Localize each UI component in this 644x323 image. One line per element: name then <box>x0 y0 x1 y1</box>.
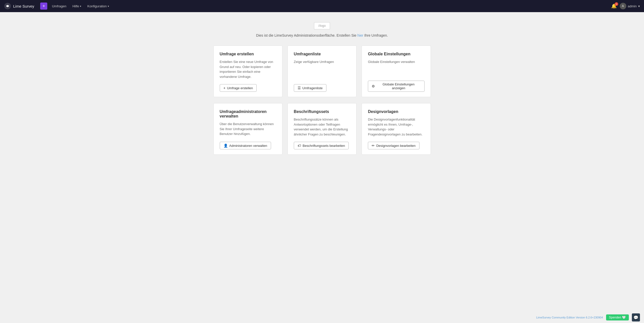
nav-item-umfragen[interactable]: Umfragen <box>49 3 69 10</box>
user-menu[interactable]: A admin ▾ <box>620 3 640 9</box>
card-btn-label-umfrageadministratoren: Administratoren verwalten <box>229 144 267 148</box>
user-name: admin <box>628 4 637 8</box>
card-umfrage-erstellen: Umfrage erstellen Erstellen Sie eine neu… <box>213 45 282 97</box>
card-btn-umfrageadministratoren[interactable]: 👤 Administratoren verwalten <box>220 142 271 149</box>
card-globale-einstellungen: Globale Einstellungen Globale Einstellun… <box>362 45 431 97</box>
card-title-beschriftungssets: Beschriftungssets <box>294 109 350 114</box>
brand-name: Lime Survey <box>13 4 34 8</box>
version-text: LimeSurvey Community Edition Version 6.2… <box>536 316 603 319</box>
card-title-umfragenliste: Umfragenliste <box>294 52 350 56</box>
card-btn-globale-einstellungen[interactable]: ⚙ Globale Einstellungen anzeigen <box>368 81 424 92</box>
brand[interactable]: Lime Survey <box>4 3 34 10</box>
card-title-umfrage-erstellen: Umfrage erstellen <box>220 52 276 56</box>
page-footer: LimeSurvey Community Edition Version 6.2… <box>0 312 644 323</box>
nav-item-konfiguration[interactable]: Konfiguration ▾ <box>85 3 112 10</box>
chat-button[interactable]: 💬 <box>632 313 640 321</box>
hilfe-dropdown-icon: ▾ <box>80 5 81 8</box>
notifications-button[interactable]: 🔔 1 <box>611 3 617 9</box>
donate-button[interactable]: Spenden 🤍 <box>606 314 629 320</box>
card-btn-icon-umfragenliste: ☰ <box>298 86 301 90</box>
card-desc-designvorlagen: Die Designvorlagenfunktionalität ermögli… <box>368 117 424 137</box>
card-title-designvorlagen: Designvorlagen <box>368 109 424 114</box>
welcome-link[interactable]: hier <box>358 33 363 37</box>
navbar-right: 🔔 1 A admin ▾ <box>611 3 640 9</box>
create-new-button[interactable]: + <box>40 3 47 10</box>
card-desc-umfrage-erstellen: Erstellen Sie eine neue Umfrage von Grun… <box>220 59 276 79</box>
main-content: //logo Dies ist die LimeSurvey Administr… <box>208 12 436 171</box>
card-designvorlagen: Designvorlagen Die Designvorlagenfunktio… <box>362 103 431 155</box>
logo-area: //logo <box>213 22 431 29</box>
card-btn-label-beschriftungssets: Beschriftungssets bearbeiten <box>303 144 345 148</box>
navbar-nav: Umfragen Hilfe ▾ Konfiguration ▾ <box>49 3 611 10</box>
card-btn-label-umfrage-erstellen: Umfrage erstellen <box>227 86 253 90</box>
welcome-text-after: Ihre Umfragen. <box>363 33 388 37</box>
card-desc-umfrageadministratoren: Über die Benutzerverwaltung können Sie I… <box>220 122 276 137</box>
bottom-cards-grid: Umfrageadministratoren verwalten Über di… <box>213 103 431 155</box>
card-desc-globale-einstellungen: Globale Einstellungen verwalten <box>368 59 424 76</box>
welcome-text-before: Dies ist die LimeSurvey Administrationso… <box>256 33 358 37</box>
card-btn-beschriftungssets[interactable]: 🏷 Beschriftungssets bearbeiten <box>294 142 349 149</box>
logo-image: //logo <box>314 22 330 29</box>
navbar: Lime Survey + Umfragen Hilfe ▾ Konfigura… <box>0 0 644 12</box>
card-desc-beschriftungssets: Beschriftungssätze können als Antwortopt… <box>294 117 350 137</box>
card-desc-umfragenliste: Zeige verfügbare Umfragen <box>294 59 350 79</box>
card-umfragenliste: Umfragenliste Zeige verfügbare Umfragen … <box>287 45 357 97</box>
notification-count: 1 <box>615 2 618 6</box>
card-btn-label-designvorlagen: Designvorlagen bearbeiten <box>376 144 415 148</box>
card-btn-icon-globale-einstellungen: ⚙ <box>372 84 375 88</box>
nav-item-hilfe[interactable]: Hilfe ▾ <box>70 3 84 10</box>
card-title-globale-einstellungen: Globale Einstellungen <box>368 52 424 56</box>
top-cards-grid: Umfrage erstellen Erstellen Sie eine neu… <box>213 45 431 97</box>
user-dropdown-icon: ▾ <box>638 4 640 8</box>
card-btn-umfrage-erstellen[interactable]: + Umfrage erstellen <box>220 84 257 92</box>
card-btn-umfragenliste[interactable]: ☰ Umfragenliste <box>294 84 326 92</box>
card-title-umfrageadministratoren: Umfrageadministratoren verwalten <box>220 109 276 119</box>
welcome-text: Dies ist die LimeSurvey Administrationso… <box>213 33 431 37</box>
card-beschriftungssets: Beschriftungssets Beschriftungssätze kön… <box>287 103 357 155</box>
chat-icon: 💬 <box>633 315 638 320</box>
brand-logo-icon <box>4 3 11 10</box>
konfiguration-dropdown-icon: ▾ <box>108 5 109 8</box>
card-btn-icon-designvorlagen: ✏ <box>372 144 375 148</box>
card-umfrageadministratoren: Umfrageadministratoren verwalten Über di… <box>213 103 282 155</box>
card-btn-label-umfragenliste: Umfragenliste <box>302 86 323 90</box>
card-btn-icon-umfrage-erstellen: + <box>224 86 226 90</box>
card-btn-label-globale-einstellungen: Globale Einstellungen anzeigen <box>376 82 420 90</box>
card-btn-icon-beschriftungssets: 🏷 <box>298 144 301 148</box>
user-avatar: A <box>620 3 626 9</box>
card-btn-icon-umfrageadministratoren: 👤 <box>224 144 228 148</box>
card-btn-designvorlagen[interactable]: ✏ Designvorlagen bearbeiten <box>368 142 419 149</box>
